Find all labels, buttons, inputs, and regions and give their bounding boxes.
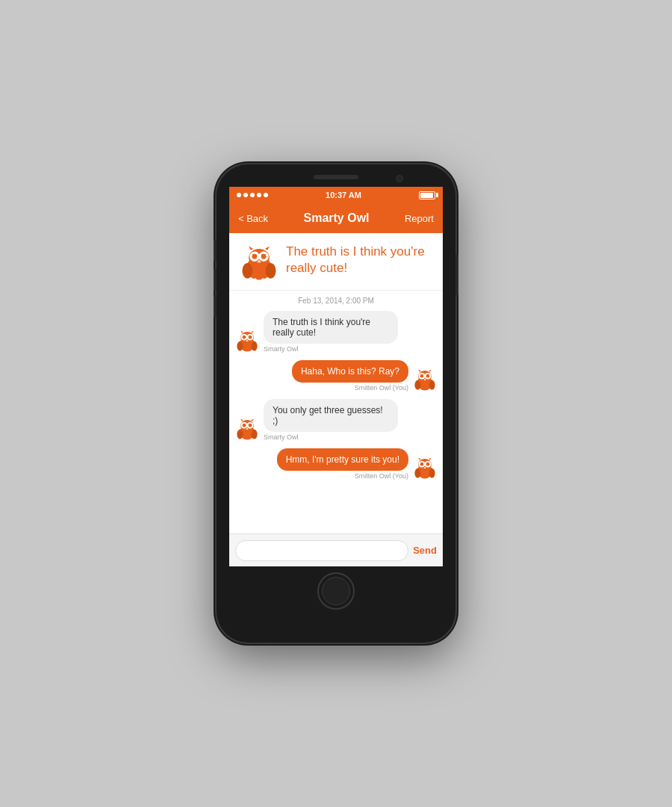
message-row: The truth is I think you're really cute!…: [235, 311, 437, 353]
message-text: You only get three guesses! ;): [273, 405, 383, 426]
home-button[interactable]: [317, 572, 355, 610]
signal-dot: [250, 193, 255, 197]
svg-marker-59: [251, 418, 254, 421]
svg-point-46: [414, 380, 420, 390]
message-row: Haha, Who is this? Ray? Smitten Owl (You…: [235, 360, 437, 392]
svg-point-13: [266, 263, 276, 279]
svg-point-75: [429, 469, 435, 478]
message-bubble-wrap: The truth is I think you're really cute!…: [264, 311, 398, 353]
svg-point-4: [252, 254, 257, 259]
send-button[interactable]: Send: [413, 545, 437, 556]
svg-point-61: [252, 430, 258, 439]
featured-message: The truth is I think you're really cute!: [229, 233, 443, 291]
svg-marker-31: [251, 330, 254, 333]
smitten-owl-avatar: [413, 368, 437, 392]
message-bubble-sent: Hmm, I'm pretty sure its you!: [277, 448, 408, 471]
svg-marker-72: [418, 457, 421, 460]
report-button[interactable]: Report: [405, 213, 434, 224]
svg-marker-10: [249, 246, 253, 250]
message-bubble-wrap: You only get three guesses! ;) Smarty Ow…: [264, 399, 398, 441]
signal-dots: [237, 193, 268, 197]
svg-point-33: [252, 341, 258, 351]
message-sender-label: Smitten Owl (You): [355, 384, 408, 392]
message-bubble-wrap: Haha, Who is this? Ray? Smitten Owl (You…: [292, 360, 408, 392]
svg-marker-58: [240, 418, 243, 421]
message-input[interactable]: [235, 540, 408, 561]
phone-device: 10:37 AM < Back Smarty Owl Report: [217, 164, 455, 643]
message-sender-label: Smarty Owl: [264, 433, 398, 441]
svg-point-52: [243, 424, 246, 427]
featured-text: The truth is I think you're really cute!: [286, 244, 432, 282]
back-button[interactable]: < Back: [238, 213, 268, 224]
svg-point-47: [429, 380, 435, 390]
message-text: Haha, Who is this? Ray?: [301, 366, 399, 377]
svg-point-24: [243, 336, 246, 339]
nav-bar: < Back Smarty Owl Report: [229, 203, 443, 233]
status-bar: 10:37 AM: [229, 187, 443, 203]
signal-dot: [237, 193, 241, 197]
chat-content: The truth is I think you're really cute!…: [229, 233, 443, 534]
signal-dot: [264, 193, 268, 197]
svg-point-38: [420, 374, 424, 378]
camera: [396, 175, 403, 182]
svg-point-67: [426, 463, 430, 466]
timestamp: Feb 13, 2014, 2:00 PM: [229, 291, 443, 308]
smarty-owl-avatar-2: [235, 417, 259, 441]
svg-point-32: [237, 341, 243, 351]
message-row: Hmm, I'm pretty sure its you! Smitten Ow…: [235, 448, 437, 480]
message-bubble-sent: Haha, Who is this? Ray?: [292, 360, 408, 383]
svg-point-39: [426, 374, 430, 378]
message-text: The truth is I think you're really cute!: [273, 317, 370, 338]
svg-point-53: [249, 424, 252, 427]
message-sender-label: Smitten Owl (You): [355, 472, 408, 480]
svg-marker-44: [418, 369, 421, 371]
svg-marker-73: [429, 457, 432, 460]
svg-marker-11: [265, 246, 270, 250]
message-bubble: The truth is I think you're really cute!: [264, 311, 398, 344]
message-text: Hmm, I'm pretty sure its you!: [286, 454, 399, 465]
nav-title: Smarty Owl: [304, 211, 370, 225]
svg-point-74: [414, 469, 420, 478]
featured-owl-avatar: [240, 244, 279, 282]
battery-fill: [420, 193, 433, 198]
svg-point-66: [420, 463, 424, 466]
signal-dot: [257, 193, 261, 197]
smitten-owl-avatar-2: [413, 456, 437, 480]
svg-marker-30: [240, 330, 243, 333]
input-bar: Send: [229, 534, 443, 566]
message-bubble: You only get three guesses! ;): [264, 399, 398, 432]
battery-icon: [419, 191, 435, 200]
speaker: [314, 175, 358, 179]
svg-marker-45: [429, 369, 432, 371]
message-sender-label: Smarty Owl: [264, 345, 398, 353]
message-row: You only get three guesses! ;) Smarty Ow…: [235, 399, 437, 441]
svg-point-25: [249, 336, 252, 339]
svg-point-60: [237, 430, 243, 439]
screen: 10:37 AM < Back Smarty Owl Report: [229, 187, 443, 566]
home-button-inner: [322, 577, 350, 605]
message-bubble-wrap: Hmm, I'm pretty sure its you! Smitten Ow…: [277, 448, 408, 480]
svg-point-5: [261, 254, 267, 259]
smarty-owl-avatar: [235, 329, 259, 353]
messages-list: The truth is I think you're really cute!…: [229, 308, 443, 483]
status-time: 10:37 AM: [326, 191, 361, 200]
svg-point-12: [242, 263, 252, 279]
signal-dot: [243, 193, 248, 197]
